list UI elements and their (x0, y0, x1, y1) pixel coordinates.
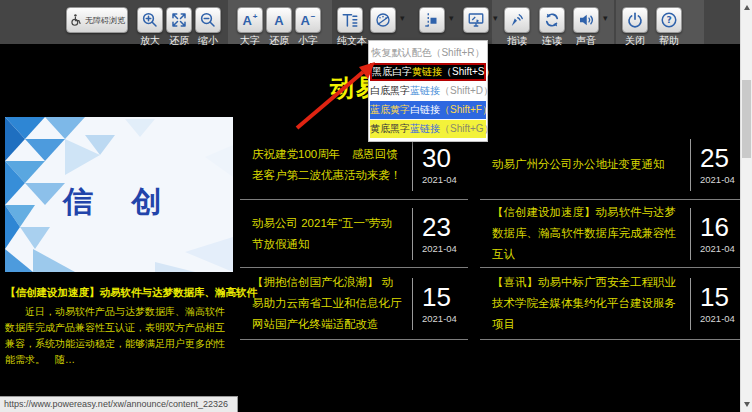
zoom-reset-button[interactable] (166, 7, 192, 33)
news-date: 30 2021-04 (412, 139, 468, 191)
menu-item-white-bg-black-text[interactable]: 白底黑字蓝链接（Shift+D） (370, 82, 486, 100)
close-toolbar-label: 关闭 (622, 36, 648, 46)
zoom-in-label: 放大 (137, 36, 163, 46)
zoom-in-icon (141, 11, 159, 29)
color-scheme-dropdown-menu: 恢复默认配色（Shift+R） 黑底白字黄链接（Shift+S） 白底黑字蓝链接… (368, 40, 488, 142)
point-read-icon (508, 11, 526, 29)
news-row: 动易公司 2021年“五一”劳动节放假通知 23 2021-04 (240, 200, 468, 268)
news-day: 23 (422, 214, 468, 240)
continuous-read-icon (543, 11, 561, 29)
font-bigger-button[interactable]: A+ (237, 7, 263, 33)
font-reset-icon: A (274, 13, 283, 28)
news-title-link[interactable]: 【信创建设加速度】动易软件与达梦数据库、瀚高软件数据库完成兼容性互认 (480, 202, 690, 265)
news-column-right: 动易广州分公司办公地址变更通知 25 2021-04 【信创建设加速度】动易软件… (480, 130, 746, 340)
svg-text:信 创: 信 创 (62, 184, 175, 219)
news-day: 30 (422, 145, 468, 171)
menu-item-restore-default[interactable]: 恢复默认配色（Shift+R） (370, 44, 486, 62)
feature-card[interactable]: 信 创 【信创建设加速度】动易软件与达梦数据库、瀚高软件 近日，动易软件产品与达… (5, 117, 233, 368)
font-reset-label: 还原 (266, 36, 292, 46)
screen-icon (467, 11, 485, 29)
wheelchair-icon (69, 13, 83, 27)
menu-item-yellow-bg-black-text[interactable]: 黄底黑字蓝链接（Shift+G） (370, 120, 486, 138)
screen-button[interactable] (463, 7, 489, 33)
zoom-out-button[interactable] (195, 7, 221, 33)
reading-guides-icon (423, 11, 441, 29)
help-icon: ? (660, 11, 678, 29)
font-bigger-label: 大字 (237, 36, 263, 46)
news-title-link[interactable]: 【拥抱信创国产化浪潮】 动易助力云南省工业和信息化厅网站国产化终端适配改造 (240, 272, 412, 335)
plain-text-button[interactable] (337, 7, 363, 33)
sound-icon (577, 11, 595, 29)
news-date: 25 2021-04 (690, 139, 746, 191)
menu-item-blue-bg-yellow-text[interactable]: 蓝底黄字白链接（Shift+F） (370, 101, 486, 119)
zoom-reset-icon (170, 11, 188, 29)
news-row: 【喜讯】动易中标广西安全工程职业技术学院全媒体集约化平台建设服务项目 15 20… (480, 268, 746, 340)
news-date: 23 2021-04 (412, 208, 468, 260)
svg-text:?: ? (666, 15, 671, 25)
accessibility-mode-label: 无障碍浏览 (85, 15, 125, 26)
close-toolbar-button[interactable] (622, 7, 648, 33)
help-button[interactable]: ? (656, 7, 682, 33)
menu-item-black-bg-white-text[interactable]: 黑底白字黄链接（Shift+S） (370, 63, 486, 81)
status-bar-url: https://www.powereasy.net/xw/announce/co… (0, 396, 238, 412)
news-date: 15 2021-04 (412, 278, 468, 330)
scrollbar-down-arrow-icon[interactable] (744, 402, 750, 407)
sound-label: 声音 (573, 36, 599, 46)
news-date: 15 2021-04 (690, 278, 746, 330)
accessibility-mode-button[interactable]: 无障碍浏览 (66, 7, 128, 33)
feature-card-title[interactable]: 【信创建设加速度】动易软件与达梦数据库、瀚高软件 (5, 285, 233, 299)
color-scheme-palette-icon (374, 11, 392, 29)
font-smaller-icon: A− (300, 13, 315, 28)
news-title-link[interactable]: 动易广州分公司办公地址变更通知 (480, 154, 690, 175)
accessibility-toolbar: 无障碍浏览 放大 还原 缩小 A+ 大字 A 还原 A− 小字 纯文本 (0, 0, 752, 44)
sound-caret-icon[interactable]: ▾ (603, 13, 608, 23)
news-column-middle: 庆祝建党100周年 感恩回馈老客户第二波优惠活动来袭！ 30 2021-04 动… (240, 130, 468, 340)
font-reset-button[interactable]: A (266, 7, 292, 33)
news-row: 【拥抱信创国产化浪潮】 动易助力云南省工业和信息化厅网站国产化终端适配改造 15… (240, 268, 468, 340)
color-scheme-caret-icon[interactable]: ▾ (400, 13, 405, 23)
scrollbar-thumb[interactable] (742, 80, 751, 158)
vertical-scrollbar[interactable] (740, 0, 752, 412)
help-label: 帮助 (656, 36, 682, 46)
reading-guides-caret-icon[interactable]: ▾ (449, 13, 454, 23)
font-smaller-button[interactable]: A− (295, 7, 321, 33)
news-date: 16 2021-04 (690, 208, 746, 260)
news-month: 2021-04 (422, 313, 468, 324)
reading-guides-button[interactable] (419, 7, 445, 33)
screen-caret-icon[interactable]: ▾ (493, 13, 498, 23)
news-title-link[interactable]: 庆祝建党100周年 感恩回馈老客户第二波优惠活动来袭！ (240, 144, 412, 186)
continuous-read-label: 连读 (539, 36, 565, 46)
sound-button[interactable] (573, 7, 599, 33)
scrollbar-up-arrow-icon[interactable] (744, 5, 750, 10)
news-row: 【信创建设加速度】动易软件与达梦数据库、瀚高软件数据库完成兼容性互认 16 20… (480, 200, 746, 268)
news-month: 2021-04 (422, 243, 468, 254)
plain-text-icon (341, 11, 359, 29)
news-day: 15 (422, 284, 468, 310)
zoom-out-icon (199, 11, 217, 29)
continuous-read-button[interactable] (539, 7, 565, 33)
feature-card-image: 信 创 (5, 117, 233, 272)
font-bigger-icon: A+ (242, 13, 257, 28)
news-title-link[interactable]: 【喜讯】动易中标广西安全工程职业技术学院全媒体集约化平台建设服务项目 (480, 272, 690, 335)
news-month: 2021-04 (422, 174, 468, 185)
zoom-reset-label: 还原 (166, 36, 192, 46)
feature-card-body: 近日，动易软件产品与达梦数据库、瀚高软件数据库完成产品兼容性互认证，表明双方产品… (5, 304, 233, 368)
news-row: 动易广州分公司办公地址变更通知 25 2021-04 (480, 130, 746, 200)
font-smaller-label: 小字 (295, 36, 321, 46)
point-read-label: 指读 (504, 36, 530, 46)
zoom-in-button[interactable] (137, 7, 163, 33)
color-scheme-button[interactable] (370, 7, 396, 33)
power-close-icon (626, 11, 644, 29)
plain-text-label: 纯文本 (337, 36, 363, 46)
zoom-out-label: 缩小 (195, 36, 221, 46)
point-read-button[interactable] (504, 7, 530, 33)
news-title-link[interactable]: 动易公司 2021年“五一”劳动节放假通知 (240, 213, 412, 255)
